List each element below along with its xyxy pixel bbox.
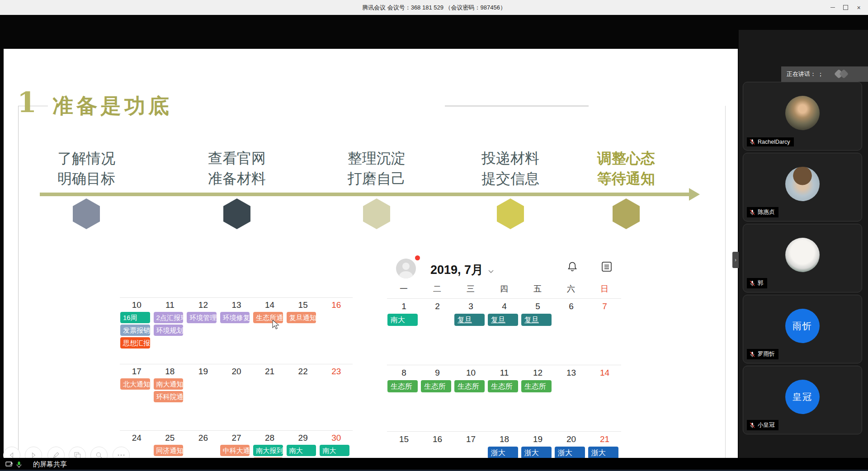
calendar-day-cell: 19浙大: [521, 432, 554, 459]
calendar-day-cell: 20: [220, 364, 253, 403]
calendar-week-row: 1南大23复旦4复旦5复旦67: [387, 298, 621, 365]
calendar-day-cell: 1016周发票报销思想汇报: [120, 298, 153, 349]
participant-name: 陈惠贞: [758, 208, 775, 216]
participant-avatar: 雨忻: [785, 309, 820, 343]
calendar-day-cell: 12生态所: [521, 365, 554, 393]
window-titlebar[interactable]: 腾讯会议 会议号：368 181 529 （会议密码：987456） ×: [0, 0, 868, 15]
screen-share-icon: [5, 461, 13, 468]
event-pill[interactable]: 生态所: [387, 380, 418, 392]
calendar-day-cell: 21: [253, 364, 286, 403]
day-number: 10: [120, 298, 153, 311]
event-pill[interactable]: 南大: [320, 445, 349, 456]
day-number: 16: [421, 432, 454, 445]
meeting-title: 腾讯会议 会议号：368 181 529 （会议密码：987456）: [0, 0, 868, 15]
timeline-step: 投递材料提交信息: [456, 148, 565, 189]
event-pill[interactable]: 南大报到: [253, 445, 283, 456]
weekday-header: 一二三四五六日: [387, 283, 621, 298]
event-pill[interactable]: 生态所: [454, 380, 485, 392]
participant-tile[interactable]: 皇冠小皇冠: [743, 366, 862, 434]
participant-avatar: [785, 167, 820, 201]
calendar-widget: 2019, 7月 一二三四五六日 1南大23复旦4复旦5复: [387, 254, 621, 471]
timeline-step-line2: 打磨自己: [322, 169, 431, 189]
day-number: 15: [287, 298, 320, 311]
event-pill[interactable]: 南大通知: [154, 378, 184, 390]
event-pill[interactable]: 生态所: [521, 380, 552, 392]
event-pill[interactable]: 北大通知: [120, 378, 150, 390]
event-pill[interactable]: 中科大通:: [220, 445, 250, 456]
event-pill[interactable]: 复旦: [521, 314, 552, 326]
timeline-step-line1: 调整心态: [572, 148, 680, 169]
event-pill[interactable]: 复旦: [488, 314, 518, 326]
calendar-day-cell: 13环境修复:: [220, 298, 253, 349]
calendar-day-cell: 22: [286, 364, 320, 403]
event-pill[interactable]: 环境管理:: [187, 312, 217, 323]
event-pill[interactable]: 环科院通:: [154, 391, 184, 402]
event-pill[interactable]: 南大: [387, 314, 418, 326]
event-pill[interactable]: 环境规划:: [154, 325, 184, 336]
calendar-day-cell: 13: [554, 365, 588, 393]
calendar-day-cell: 17: [454, 432, 487, 459]
day-number: 29: [287, 431, 320, 443]
timeline-arrow-head-icon: [689, 188, 700, 201]
event-pill[interactable]: 16周: [120, 312, 150, 323]
speaking-label: 正在讲话： ；: [787, 70, 824, 78]
weekday-label: 六: [554, 283, 588, 298]
participant-tile[interactable]: RachelDarcy: [743, 82, 862, 151]
minimize-icon: [830, 7, 835, 8]
calendar-day-cell: 19: [186, 364, 220, 403]
muted-mic-icon: [749, 139, 755, 145]
close-button[interactable]: ×: [852, 0, 865, 15]
event-pill[interactable]: 浙大: [555, 447, 585, 459]
event-pill[interactable]: 同济通知: [154, 445, 184, 456]
participant-name: 郭: [758, 279, 764, 287]
event-pill[interactable]: 发票报销: [120, 325, 150, 336]
event-pill[interactable]: 浙大: [588, 447, 618, 459]
event-pill[interactable]: 浙大: [488, 447, 518, 459]
participant-tile[interactable]: 郭: [743, 224, 862, 292]
day-number: 12: [521, 365, 554, 378]
bell-icon[interactable]: [566, 260, 579, 273]
share-statusbar: 的屏幕共享: [0, 458, 868, 471]
event-pill[interactable]: 2点汇报环: [154, 312, 184, 323]
weekday-label: 四: [487, 283, 521, 298]
calendar-day-cell: 8生态所: [387, 365, 420, 393]
event-pill[interactable]: 生态所: [488, 380, 518, 392]
timeline-arrow: [40, 193, 691, 196]
day-number: 1: [387, 299, 420, 312]
participant-name-tag: 陈惠贞: [747, 207, 778, 217]
day-number: 12: [187, 298, 220, 311]
timeline-step: 查看官网准备材料: [183, 148, 291, 189]
agenda-list-icon[interactable]: [600, 260, 613, 273]
participant-tile[interactable]: 雨忻罗雨忻: [743, 295, 862, 363]
tencent-meeting-window: 腾讯会议 会议号：368 181 529 （会议密码：987456） × 1 准…: [0, 0, 868, 471]
day-number: 15: [387, 432, 420, 445]
participants-sidebar: 正在讲话： ； RachelDarcy陈惠贞郭雨忻罗雨忻皇冠小皇冠: [739, 30, 868, 471]
chevron-down-icon: [488, 269, 494, 273]
calendar-day-cell: 16: [319, 298, 353, 349]
event-pill[interactable]: 南大: [287, 445, 316, 456]
weekday-label: 三: [454, 283, 487, 298]
day-number: 20: [220, 364, 253, 377]
participant-tile[interactable]: 陈惠贞: [743, 153, 862, 221]
day-number: 18: [488, 432, 521, 445]
event-pill[interactable]: 浙大: [521, 447, 552, 459]
maximize-button[interactable]: [839, 0, 852, 15]
event-pill[interactable]: 复旦通知: [287, 312, 316, 323]
minimize-button[interactable]: [826, 0, 839, 15]
day-number: 16: [320, 298, 353, 311]
calendar-month-dropdown[interactable]: 2019, 7月: [430, 262, 494, 278]
event-pill[interactable]: 生态所: [421, 380, 451, 392]
user-avatar[interactable]: [396, 259, 416, 278]
event-pill[interactable]: 环境修复:: [220, 312, 250, 323]
participant-avatar: [785, 96, 820, 130]
day-number: 18: [154, 364, 187, 377]
day-number: 3: [454, 299, 487, 312]
event-pill[interactable]: 思想汇报: [120, 337, 150, 349]
tencent-meeting-logo-icon: [834, 70, 852, 78]
event-pill[interactable]: 复旦: [454, 314, 485, 326]
timeline-step-line1: 查看官网: [183, 148, 291, 169]
timeline-hexagon: [363, 198, 390, 229]
participant-name: 罗雨忻: [758, 350, 775, 358]
day-number: 2: [421, 299, 454, 312]
sidebar-collapse-handle[interactable]: ›: [732, 252, 739, 268]
